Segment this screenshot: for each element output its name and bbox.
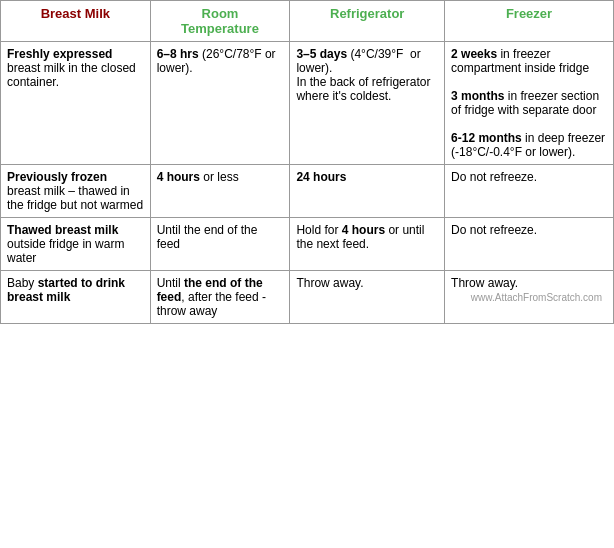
row-2-fridge: 24 hours [290, 165, 445, 218]
row-3-label: Thawed breast milk outside fridge in war… [1, 218, 151, 271]
breast-milk-table: Breast Milk RoomTemperature Refrigerator… [0, 0, 614, 324]
header-milk: Breast Milk [1, 1, 151, 42]
row-2-freezer: Do not refreeze. [445, 165, 614, 218]
row-1-label: Freshly expressed breast milk in the clo… [1, 42, 151, 165]
row-4-freezer: Throw away. www.AttachFromScratch.com [445, 271, 614, 324]
header-freezer: Freezer [445, 1, 614, 42]
table-row: Thawed breast milk outside fridge in war… [1, 218, 614, 271]
table-row: Baby started to drink breast milk Until … [1, 271, 614, 324]
row-4-label: Baby started to drink breast milk [1, 271, 151, 324]
row-3-room: Until the end of the feed [150, 218, 290, 271]
row-3-fridge: Hold for 4 hours or until the next feed. [290, 218, 445, 271]
row-2-label: Previously frozen breast milk – thawed i… [1, 165, 151, 218]
row-4-room: Until the end of the feed, after the fee… [150, 271, 290, 324]
header-room: RoomTemperature [150, 1, 290, 42]
row-1-room: 6–8 hrs (26°C/78°F or lower). [150, 42, 290, 165]
table-row: Previously frozen breast milk – thawed i… [1, 165, 614, 218]
row-1-fridge: 3–5 days (4°C/39°F or lower). In the bac… [290, 42, 445, 165]
row-2-room: 4 hours or less [150, 165, 290, 218]
row-1-freezer: 2 weeks in freezer compartment inside fr… [445, 42, 614, 165]
row-3-freezer: Do not refreeze. [445, 218, 614, 271]
row-4-fridge: Throw away. [290, 271, 445, 324]
header-fridge: Refrigerator [290, 1, 445, 42]
watermark: www.AttachFromScratch.com [451, 290, 607, 305]
table-row: Freshly expressed breast milk in the clo… [1, 42, 614, 165]
